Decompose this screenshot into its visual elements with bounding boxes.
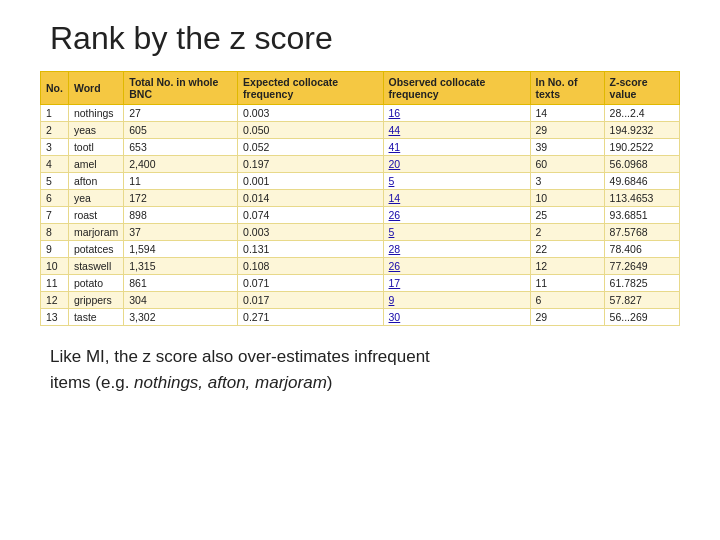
table-cell: 10 (41, 258, 69, 275)
table-cell: 3 (41, 139, 69, 156)
table-cell: 0.001 (238, 173, 383, 190)
table-cell: 16 (383, 105, 530, 122)
table-cell: 28...2.4 (604, 105, 679, 122)
data-table: No.WordTotal No. in whole BNCExpected co… (40, 71, 680, 326)
table-cell: 172 (124, 190, 238, 207)
table-cell: 2 (41, 122, 69, 139)
table-cell: 5 (383, 224, 530, 241)
table-cell: 30 (383, 309, 530, 326)
table-row: 4amel2,4000.197206056.0968 (41, 156, 680, 173)
table-cell: 0.071 (238, 275, 383, 292)
table-cell: 78.406 (604, 241, 679, 258)
table-cell: 4 (41, 156, 69, 173)
table-cell: 1 (41, 105, 69, 122)
table-cell: 898 (124, 207, 238, 224)
table-row: 5afton110.0015349.6846 (41, 173, 680, 190)
table-row: 9potatces1,5940.131282278.406 (41, 241, 680, 258)
table-header-cell: Word (68, 72, 123, 105)
table-cell: 29 (530, 309, 604, 326)
table-cell: 10 (530, 190, 604, 207)
table-cell: 93.6851 (604, 207, 679, 224)
table-header-row: No.WordTotal No. in whole BNCExpected co… (41, 72, 680, 105)
table-cell: potato (68, 275, 123, 292)
table-cell: nothings (68, 105, 123, 122)
table-cell: grippers (68, 292, 123, 309)
table-cell: 0.052 (238, 139, 383, 156)
table-cell: yea (68, 190, 123, 207)
table-cell: 44 (383, 122, 530, 139)
table-row: 3tootl6530.0524139190.2522 (41, 139, 680, 156)
table-cell: 6 (530, 292, 604, 309)
table-cell: 0.074 (238, 207, 383, 224)
table-cell: 304 (124, 292, 238, 309)
table-cell: 0.017 (238, 292, 383, 309)
table-header-cell: Observed collocate frequency (383, 72, 530, 105)
table-cell: tootl (68, 139, 123, 156)
table-cell: 12 (41, 292, 69, 309)
table-header-cell: ln No. of texts (530, 72, 604, 105)
table-row: 10staswell1,3150.108261277.2649 (41, 258, 680, 275)
table-row: 12grippers3040.0179657.827 (41, 292, 680, 309)
table-cell: 194.9232 (604, 122, 679, 139)
table-cell: 37 (124, 224, 238, 241)
table-header-cell: Total No. in whole BNC (124, 72, 238, 105)
table-cell: 77.2649 (604, 258, 679, 275)
table-cell: 5 (41, 173, 69, 190)
table-cell: 2,400 (124, 156, 238, 173)
table-header-cell: No. (41, 72, 69, 105)
table-cell: 0.003 (238, 224, 383, 241)
table-cell: 0.131 (238, 241, 383, 258)
table-cell: 56.0968 (604, 156, 679, 173)
table-header-cell: Z-score value (604, 72, 679, 105)
table-cell: 861 (124, 275, 238, 292)
footer-line1: Like MI, the z score also over-estimates… (50, 347, 430, 366)
footer-italic: nothings, afton, marjoram (134, 373, 327, 392)
table-cell: 1,315 (124, 258, 238, 275)
table-cell: 14 (530, 105, 604, 122)
table-cell: 12 (530, 258, 604, 275)
table-cell: 6 (41, 190, 69, 207)
table-cell: 3,302 (124, 309, 238, 326)
table-row: 1nothings270.003161428...2.4 (41, 105, 680, 122)
table-cell: 14 (383, 190, 530, 207)
table-row: 2yeas6050.0504429194.9232 (41, 122, 680, 139)
table-cell: 39 (530, 139, 604, 156)
table-cell: 0.271 (238, 309, 383, 326)
table-cell: 11 (124, 173, 238, 190)
table-cell: 61.7825 (604, 275, 679, 292)
table-row: 11potato8610.071171161.7825 (41, 275, 680, 292)
table-cell: 5 (383, 173, 530, 190)
table-cell: 26 (383, 258, 530, 275)
table-cell: 113.4653 (604, 190, 679, 207)
table-cell: marjoram (68, 224, 123, 241)
table-cell: 29 (530, 122, 604, 139)
table-cell: 653 (124, 139, 238, 156)
table-cell: 49.6846 (604, 173, 679, 190)
table-cell: 2 (530, 224, 604, 241)
table-cell: 20 (383, 156, 530, 173)
table-cell: 87.5768 (604, 224, 679, 241)
table-cell: 17 (383, 275, 530, 292)
table-cell: 41 (383, 139, 530, 156)
table-row: 8marjoram370.0035287.5768 (41, 224, 680, 241)
table-cell: 190.2522 (604, 139, 679, 156)
table-cell: afton (68, 173, 123, 190)
footer-line2-prefix: items (e.g. (50, 373, 134, 392)
table-cell: taste (68, 309, 123, 326)
table-cell: 0.108 (238, 258, 383, 275)
footer-text: Like MI, the z score also over-estimates… (40, 344, 680, 395)
table-cell: staswell (68, 258, 123, 275)
table-cell: 0.014 (238, 190, 383, 207)
table-row: 13taste3,3020.271302956...269 (41, 309, 680, 326)
table-cell: 22 (530, 241, 604, 258)
table-cell: 605 (124, 122, 238, 139)
table-cell: 60 (530, 156, 604, 173)
table-cell: 9 (383, 292, 530, 309)
table-cell: 27 (124, 105, 238, 122)
table-row: 7roast8980.074262593.6851 (41, 207, 680, 224)
table-cell: 8 (41, 224, 69, 241)
table-cell: amel (68, 156, 123, 173)
table-cell: roast (68, 207, 123, 224)
table-cell: 57.827 (604, 292, 679, 309)
table-cell: 13 (41, 309, 69, 326)
